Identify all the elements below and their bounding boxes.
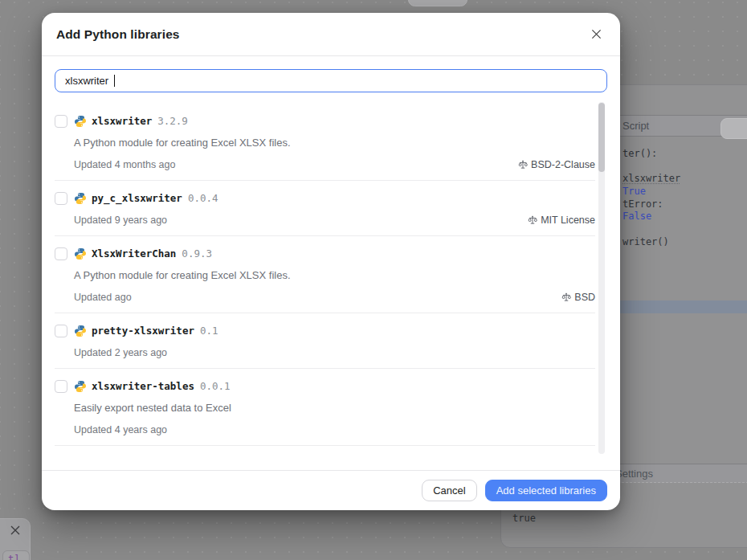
script-section-label: Script [622, 120, 649, 132]
text-cursor [114, 75, 115, 87]
code-line: writer() [622, 236, 680, 249]
python-icon [74, 247, 87, 260]
package-row[interactable]: py_c_xlsxwriter0.0.4Updated 9 years agoM… [55, 181, 595, 236]
dialog-header: Add Python libraries [42, 13, 620, 56]
python-icon [74, 192, 87, 205]
package-name: xlsxwriter-tables [92, 380, 194, 392]
dialog-footer: Cancel Add selected libraries [42, 470, 620, 510]
package-license: BSD-2-Clause [518, 159, 595, 170]
add-selected-libraries-button[interactable]: Add selected libraries [485, 480, 607, 501]
close-button[interactable] [586, 25, 606, 44]
add-python-libraries-dialog: Add Python libraries xlsxwriter3.2.9A Py… [42, 13, 620, 510]
package-license: BSD [561, 292, 595, 303]
package-updated: Updated 2 years ago [74, 347, 167, 358]
code-line [622, 223, 680, 236]
package-name: py_c_xlsxwriter [92, 192, 182, 204]
package-updated: Updated ago [74, 292, 132, 303]
package-updated: Updated 4 years ago [74, 424, 167, 435]
package-name: xlsxwriter [92, 115, 152, 127]
package-description: A Python module for creating Excel XLSX … [74, 137, 595, 149]
package-version: 0.1 [200, 325, 218, 337]
package-checkbox[interactable] [55, 247, 67, 260]
package-version: 0.9.3 [182, 247, 212, 260]
license-scale-icon [528, 215, 537, 225]
search-wrapper [42, 56, 620, 100]
package-checkbox[interactable] [55, 115, 67, 128]
canvas-top-button[interactable] [408, 0, 467, 6]
code-line: xlsxwriter [622, 173, 680, 186]
package-checkbox[interactable] [55, 192, 67, 205]
package-name: pretty-xlsxwriter [92, 325, 194, 337]
settings-section-label: Settings [615, 468, 653, 480]
package-row[interactable]: xlsxwriter3.2.9A Python module for creat… [55, 104, 595, 181]
code-line: tError: [622, 198, 680, 211]
python-icon [74, 380, 87, 393]
package-list[interactable]: xlsxwriter3.2.9A Python module for creat… [42, 100, 620, 470]
code-line: ter(): [622, 148, 680, 161]
close-icon[interactable] [9, 524, 22, 537]
cancel-button[interactable]: Cancel [422, 480, 476, 501]
dialog-title: Add Python libraries [56, 27, 180, 42]
package-row[interactable]: xlsxwriter-tables0.0.1Easily export nest… [55, 369, 595, 446]
license-scale-icon [561, 292, 571, 302]
package-name: XlsxWriterChan [92, 247, 176, 260]
python-icon [74, 115, 87, 128]
scrollbar-track[interactable] [598, 102, 605, 454]
package-version: 0.0.1 [200, 380, 231, 392]
package-checkbox[interactable] [55, 325, 67, 337]
package-row[interactable]: XlsxWriterChan0.9.3A Python module for c… [55, 236, 595, 313]
scrollbar-thumb[interactable] [598, 103, 605, 172]
package-description: Easily export nested data to Excel [74, 402, 595, 415]
package-version: 0.0.4 [188, 192, 218, 204]
package-checkbox[interactable] [55, 380, 67, 393]
code-line [622, 161, 680, 174]
code-line: False [622, 211, 680, 223]
canvas-code-snippet[interactable]: t] [2, 550, 30, 560]
license-scale-icon [518, 160, 528, 170]
canvas-node-panel: t] [0, 518, 31, 560]
package-updated: Updated 9 years ago [74, 215, 167, 226]
settings-output-value: true [512, 513, 536, 524]
package-updated: Updated 4 months ago [74, 159, 175, 170]
code-line: True [622, 186, 680, 198]
python-icon [74, 325, 87, 337]
code-lines: ter(): xlsxwriterTruetError:False writer… [622, 148, 680, 249]
package-description: A Python module for creating Excel XLSX … [74, 269, 595, 282]
package-license: MIT License [528, 215, 595, 226]
package-row[interactable]: pretty-xlsxwriter0.1Updated 2 years ago [55, 313, 595, 369]
library-search-input[interactable] [55, 69, 607, 92]
package-version: 3.2.9 [157, 115, 188, 127]
